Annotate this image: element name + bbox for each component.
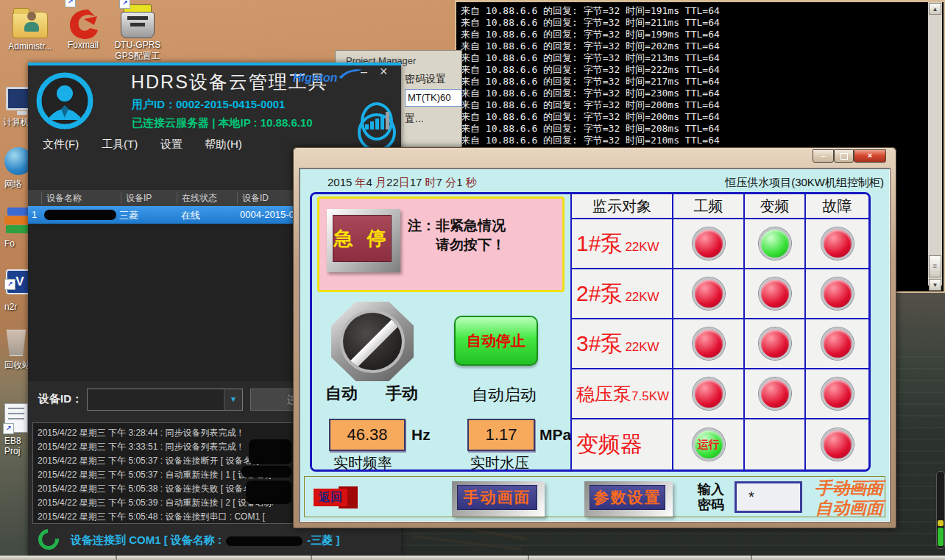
pump1-fault-lamp bbox=[804, 219, 868, 269]
col-device-name[interactable]: 设备名称 bbox=[41, 192, 124, 204]
icon-label: DTU-GPRS bbox=[112, 40, 163, 50]
scroll-down-button[interactable]: ▼ bbox=[929, 279, 941, 291]
emergency-stop-button[interactable]: 急 停 bbox=[327, 209, 400, 272]
hmi-minimize-button[interactable]: – bbox=[813, 149, 834, 163]
shortcut-arrow-icon: ↗ bbox=[119, 0, 130, 9]
taskbar-divider bbox=[751, 556, 752, 560]
hmi-datetime: 2015 年4 月22日17 时7 分1 秒 bbox=[328, 176, 477, 190]
user-avatar-icon bbox=[35, 71, 94, 130]
dropdown-arrow-icon[interactable]: ▼ bbox=[224, 389, 242, 410]
device-id-dropdown[interactable]: ▼ bbox=[87, 389, 243, 411]
inverter-empty-cell bbox=[743, 419, 804, 469]
auto-manual-knob[interactable] bbox=[331, 302, 414, 381]
status-bar-text: 设备连接到 COM1 [ 设备名称 : -三菱 ] bbox=[71, 534, 340, 547]
hmi-close-button[interactable]: × bbox=[854, 149, 886, 163]
scrollbar-thumb[interactable]: ≡ bbox=[929, 255, 941, 277]
col-online-status[interactable]: 在线状态 bbox=[177, 192, 241, 204]
menu-file[interactable]: 文件(F) bbox=[43, 138, 79, 152]
stabilizer-pump-label: 稳压泵7.5KW bbox=[572, 369, 672, 419]
project-field[interactable]: MT(TK)60 bbox=[405, 89, 462, 107]
manual-screen-label: 手动画面 bbox=[457, 485, 537, 510]
password-entry-label: 输入 密码 bbox=[698, 482, 724, 513]
ghost-text-auto: 自动画面 bbox=[815, 497, 883, 520]
pump3-label: 3#泵22KW bbox=[572, 319, 672, 369]
shortcut-arrow-icon: ↗ bbox=[65, 0, 76, 7]
param-settings-button[interactable]: 参数设置 bbox=[584, 481, 673, 517]
side-indicator-bar bbox=[936, 471, 945, 549]
pump3-fault-lamp bbox=[804, 319, 868, 369]
pump1-variable-freq-lamp bbox=[743, 219, 804, 269]
signal-strength-icon bbox=[358, 113, 396, 152]
password-settings-label[interactable]: 密码设置 bbox=[405, 73, 446, 86]
frequency-unit: Hz bbox=[411, 426, 431, 444]
indicator-green-segment bbox=[938, 528, 944, 546]
hignton-logo: Hignton bbox=[293, 71, 337, 85]
password-input[interactable]: * bbox=[735, 481, 802, 513]
redaction-blob bbox=[249, 439, 291, 464]
minimize-button[interactable]: – bbox=[361, 65, 367, 79]
header-fault: 故障 bbox=[804, 194, 868, 219]
connection-spinner-icon bbox=[34, 525, 63, 553]
stabilizer-fault-lamp bbox=[804, 369, 868, 419]
stabilizer-power-freq-lamp bbox=[672, 369, 743, 419]
back-button[interactable]: 返回 bbox=[314, 489, 347, 506]
icon-label-line2: GPS配置工 bbox=[112, 50, 163, 63]
terminal-line: 来自 10.88.6.6 的回复: 字节=32 时间=210ms TTL=64 bbox=[461, 134, 720, 147]
hignton-logo-swoosh bbox=[337, 65, 364, 80]
pump3-power-freq-lamp bbox=[672, 319, 743, 369]
pump2-label: 2#泵22KW bbox=[572, 269, 672, 319]
auto-start-label: 自动启动 bbox=[472, 384, 537, 406]
taskbar-divider bbox=[116, 556, 117, 560]
pressure-label: 实时水压 bbox=[470, 453, 529, 472]
emergency-note: 注：非紧急情况 请勿按下！ bbox=[408, 216, 506, 255]
hmi-maximize-button[interactable] bbox=[834, 149, 854, 163]
knob-label-manual: 手动 bbox=[386, 383, 418, 405]
menu-help[interactable]: 帮助(H) bbox=[205, 138, 242, 152]
menu-tools[interactable]: 工具(T) bbox=[102, 138, 138, 152]
pump1-power-freq-lamp bbox=[672, 219, 743, 269]
pump1-label: 1#泵22KW bbox=[572, 219, 672, 269]
hmi-left-panel: 急 停 注：非紧急情况 请勿按下！ 自动 手动 自动停止 自动启动 46.38 … bbox=[312, 194, 572, 469]
taskbar-divider bbox=[311, 556, 312, 560]
device-id-value: 0004-2015-05 bbox=[240, 209, 300, 220]
close-button[interactable]: × bbox=[380, 64, 388, 79]
dtu-connector-body bbox=[121, 12, 155, 38]
user-id-text: 用户ID：0002-2015-0415-0001 bbox=[132, 98, 285, 112]
foxmail-icon bbox=[66, 7, 100, 41]
col-device-ip[interactable]: 设备IP bbox=[121, 192, 180, 204]
redacted-device-name bbox=[44, 210, 116, 220]
knob-label-auto: 自动 bbox=[325, 383, 358, 405]
auto-stop-button[interactable]: 自动停止 bbox=[454, 316, 538, 366]
pump3-variable-freq-lamp bbox=[743, 319, 804, 369]
hmi-project-title: 恒压供水项目(30KW机组控制柜) bbox=[725, 176, 884, 190]
inverter-fault-lamp bbox=[804, 419, 868, 469]
emergency-stop-label: 急 停 bbox=[333, 215, 392, 262]
menu-settings[interactable]: 设置 bbox=[160, 138, 183, 152]
redaction-blob bbox=[241, 466, 291, 478]
pressure-display: 1.17 bbox=[467, 419, 535, 451]
partial-settings-text: 置... bbox=[405, 113, 424, 126]
desktop-icon-recycle-bin[interactable]: 回收站 bbox=[4, 330, 28, 356]
shortcut-arrow-icon: ↗ bbox=[4, 279, 15, 290]
frequency-display: 46.38 bbox=[329, 419, 406, 451]
frequency-label: 实时频率 bbox=[333, 453, 392, 472]
monitor-table: 监示对象 工频 变频 故障 1#泵22KW 2#泵22KW 3#泵22KW 稳压… bbox=[572, 194, 868, 469]
taskbar[interactable] bbox=[0, 556, 945, 560]
redaction-blob bbox=[246, 481, 291, 504]
hmi-main-area: 急 停 注：非紧急情况 请勿按下！ 自动 手动 自动停止 自动启动 46.38 … bbox=[310, 192, 871, 472]
scroll-up-button[interactable]: ▲ bbox=[929, 3, 941, 15]
device-status: 在线 bbox=[181, 209, 200, 222]
icon-label: Administr... bbox=[6, 41, 54, 52]
param-settings-label: 参数设置 bbox=[590, 485, 665, 510]
terminal-scrollbar[interactable]: ▲ ≡ ▼ bbox=[928, 2, 942, 286]
hmi-bottom-bar: 返回 手动画面 参数设置 输入 密码 * 手动画面 自动画面 bbox=[304, 476, 885, 517]
manual-screen-button[interactable]: 手动画面 bbox=[452, 481, 545, 517]
redaction-blob bbox=[226, 536, 302, 546]
header-monitor-object: 监示对象 bbox=[572, 194, 672, 219]
pump2-fault-lamp bbox=[804, 269, 868, 319]
desktop-icon-eb8-project[interactable]: ↗ EB8 Proj bbox=[4, 403, 28, 433]
inverter-run-lamp: 运行 bbox=[672, 419, 743, 469]
device-id-label: 设备ID： bbox=[38, 392, 82, 406]
stabilizer-variable-freq-lamp bbox=[743, 369, 804, 419]
hmi-content: 2015 年4 月22日17 时7 分1 秒 恒压供水项目(30KW机组控制柜)… bbox=[299, 168, 891, 522]
